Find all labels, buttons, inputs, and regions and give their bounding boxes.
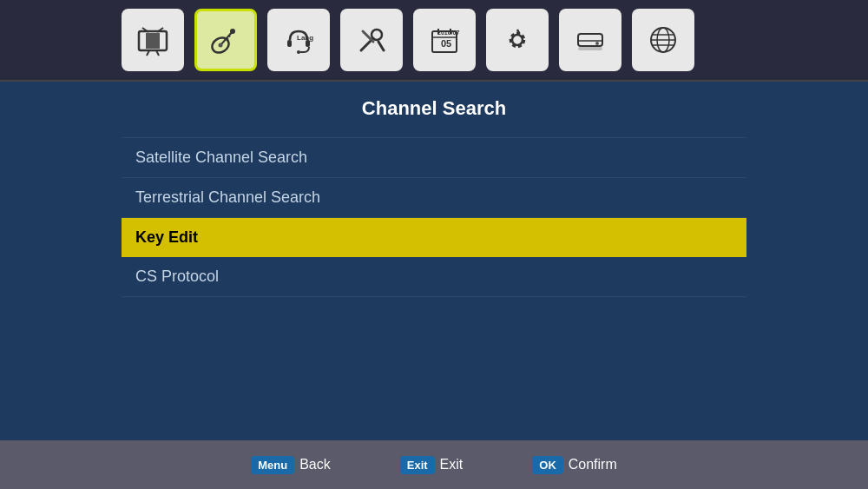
svg-rect-1 [146,33,160,49]
svg-point-16 [372,30,382,40]
confirm-label: Confirm [569,457,617,472]
menu-item-key-edit[interactable]: Key Edit [122,218,746,257]
svg-text:Lang: Lang [297,34,313,42]
menu-badge: Menu [251,456,294,474]
nav-btn-tv[interactable] [122,9,184,71]
svg-text:05: 05 [441,38,451,49]
ok-badge: OK [532,456,563,474]
nav-btn-calendar[interactable]: 2016/07 05 [413,9,476,71]
back-label: Back [299,457,331,472]
bottom-bar: Menu Back Exit Exit OK Confirm [0,440,868,489]
svg-rect-11 [287,40,292,47]
svg-rect-27 [578,34,602,46]
top-navigation: Lang 2016/07 05 [0,0,868,82]
nav-btn-satellite[interactable] [194,9,257,71]
svg-point-13 [297,50,300,54]
svg-rect-30 [578,47,602,50]
menu-back-button[interactable]: Menu Back [251,456,331,474]
nav-btn-language[interactable]: Lang [267,9,330,71]
nav-btn-storage[interactable] [559,9,621,71]
exit-button[interactable]: Exit Exit [400,456,464,474]
svg-line-17 [378,42,384,50]
exit-label: Exit [440,457,464,472]
svg-point-25 [512,35,523,45]
nav-btn-tools[interactable] [340,9,403,71]
menu-list: Satellite Channel Search Terrestrial Cha… [0,129,868,306]
menu-item-terrestrial-search[interactable]: Terrestrial Channel Search [122,178,746,218]
ok-confirm-button[interactable]: OK Confirm [532,456,617,474]
exit-badge: Exit [400,456,435,474]
nav-btn-network[interactable] [632,9,694,71]
menu-item-satellite-search[interactable]: Satellite Channel Search [122,137,746,178]
svg-text:2016/07: 2016/07 [437,30,459,36]
section-title: Channel Search [0,82,868,129]
svg-point-29 [595,42,599,45]
svg-point-10 [219,43,223,48]
main-content: Channel Search Satellite Channel Search … [0,82,868,440]
nav-btn-settings[interactable] [486,9,549,71]
menu-item-cs-protocol[interactable]: CS Protocol [122,257,746,297]
